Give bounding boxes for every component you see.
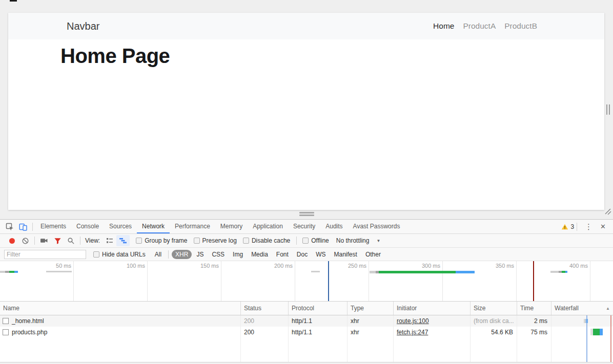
tab-application[interactable]: Application bbox=[248, 220, 288, 233]
navbar-brand[interactable]: Navbar bbox=[67, 20, 99, 32]
tick-label: 250 ms bbox=[348, 263, 366, 269]
column-header-name[interactable]: Name bbox=[0, 302, 241, 315]
initiator-link[interactable]: fetch.js:247 bbox=[397, 329, 428, 336]
page-title: Home Page bbox=[60, 45, 604, 67]
offline-checkbox[interactable]: Offline bbox=[302, 237, 329, 244]
tab-performance[interactable]: Performance bbox=[170, 220, 215, 233]
frame-resize-handle[interactable] bbox=[606, 104, 610, 115]
load-event-line bbox=[610, 315, 611, 362]
checkbox-icon bbox=[243, 238, 249, 244]
hide-data-urls-label: Hide data URLs bbox=[102, 251, 146, 258]
throttling-value: No throttling bbox=[336, 237, 370, 244]
timeline-section: 200 ms bbox=[221, 261, 295, 301]
tab-security[interactable]: Security bbox=[288, 220, 320, 233]
funnel-icon bbox=[54, 237, 62, 245]
preserve-log-checkbox[interactable]: Preserve log bbox=[194, 237, 237, 244]
filter-type-font[interactable]: Font bbox=[273, 250, 292, 259]
throttling-select[interactable]: No throttling ▼ bbox=[336, 237, 381, 244]
checkbox-icon bbox=[194, 238, 200, 244]
column-header-status[interactable]: Status bbox=[241, 302, 289, 315]
column-divider bbox=[288, 315, 289, 362]
tab-avast-passwords[interactable]: Avast Passwords bbox=[348, 220, 405, 233]
divider bbox=[577, 223, 577, 231]
clear-button[interactable] bbox=[18, 235, 32, 246]
column-divider bbox=[470, 315, 471, 362]
network-filter-bar: Hide data URLs All XHR JS CSS Img Media … bbox=[0, 248, 613, 261]
filter-type-all[interactable]: All bbox=[151, 250, 165, 259]
initiator-link[interactable]: route.js:100 bbox=[397, 317, 429, 325]
filter-toggle-button[interactable] bbox=[51, 235, 64, 246]
inspect-element-icon[interactable] bbox=[3, 220, 16, 233]
tab-memory[interactable]: Memory bbox=[215, 220, 248, 233]
navbar-links: Home ProductA ProductB bbox=[424, 22, 537, 31]
column-header-protocol[interactable]: Protocol bbox=[289, 302, 348, 315]
warnings-badge[interactable]: 3 bbox=[561, 223, 574, 230]
request-row-home-html[interactable]: _home.html 200 http/1.1 xhr route.js:100… bbox=[0, 315, 613, 327]
divider bbox=[32, 223, 33, 231]
devtools-tabbar: Elements Console Sources Network Perform… bbox=[0, 220, 613, 234]
network-toolbar: View: Group by frame Preserve log Disabl… bbox=[0, 234, 613, 248]
filter-input[interactable] bbox=[4, 250, 86, 259]
nav-link-home[interactable]: Home bbox=[433, 22, 454, 31]
tick-label: 50 ms bbox=[56, 263, 71, 269]
network-overview-timeline[interactable]: 50 ms 100 ms 150 ms 200 ms 250 ms 300 ms… bbox=[0, 261, 613, 302]
request-name: _home.html bbox=[12, 315, 44, 327]
row-checkbox[interactable] bbox=[3, 318, 9, 324]
column-header-type[interactable]: Type bbox=[348, 302, 394, 315]
column-header-time[interactable]: Time bbox=[517, 302, 551, 315]
column-header-size[interactable]: Size bbox=[471, 302, 517, 315]
device-toolbar-icon[interactable] bbox=[16, 220, 30, 233]
filter-type-ws[interactable]: WS bbox=[312, 250, 329, 259]
close-devtools-icon[interactable]: ✕ bbox=[597, 223, 609, 230]
overview-request-bar bbox=[311, 271, 320, 272]
disable-cache-checkbox[interactable]: Disable cache bbox=[243, 237, 290, 244]
devtools-menu-icon[interactable]: ⋮ bbox=[580, 222, 597, 231]
record-button[interactable] bbox=[5, 235, 18, 246]
request-row-products-php[interactable]: products.php 200 http/1.1 xhr fetch.js:2… bbox=[0, 327, 613, 338]
filter-type-media[interactable]: Media bbox=[248, 250, 272, 259]
capture-screenshots-button[interactable] bbox=[37, 235, 51, 246]
nav-link-producta[interactable]: ProductA bbox=[463, 22, 496, 31]
divider bbox=[168, 250, 169, 259]
timeline-section: 100 ms bbox=[74, 261, 148, 301]
timeline-section: 350 ms bbox=[443, 261, 517, 301]
column-header-waterfall[interactable]: Waterfall ▲ bbox=[551, 302, 613, 315]
nav-link-productb[interactable]: ProductB bbox=[504, 22, 537, 31]
filter-type-other[interactable]: Other bbox=[362, 250, 384, 259]
filter-type-doc[interactable]: Doc bbox=[293, 250, 311, 259]
tab-console[interactable]: Console bbox=[71, 220, 104, 233]
tab-audits[interactable]: Audits bbox=[320, 220, 348, 233]
offline-label: Offline bbox=[311, 237, 329, 244]
filter-type-manifest[interactable]: Manifest bbox=[331, 250, 361, 259]
summary-bar bbox=[0, 362, 613, 364]
list-view-icon[interactable] bbox=[103, 235, 116, 246]
tick-label: 400 ms bbox=[569, 263, 588, 269]
timeline-section: 250 ms bbox=[295, 261, 369, 301]
tab-elements[interactable]: Elements bbox=[35, 220, 71, 233]
checkbox-icon bbox=[136, 238, 142, 244]
table-body: _home.html 200 http/1.1 xhr route.js:100… bbox=[0, 315, 613, 362]
tab-sources[interactable]: Sources bbox=[104, 220, 137, 233]
request-time: 2 ms bbox=[517, 315, 551, 327]
hide-data-urls-checkbox[interactable]: Hide data URLs bbox=[93, 251, 146, 258]
column-header-initiator[interactable]: Initiator bbox=[394, 302, 471, 315]
browser-page: Navbar Home ProductA ProductB Home Page bbox=[8, 13, 604, 210]
requests-table: Name Status Protocol Type Initiator Size… bbox=[0, 302, 613, 364]
filter-type-img[interactable]: Img bbox=[229, 250, 247, 259]
splitter-grip-icon bbox=[299, 212, 314, 217]
group-by-frame-checkbox[interactable]: Group by frame bbox=[136, 237, 187, 244]
column-divider bbox=[240, 315, 241, 362]
devtools-splitter[interactable] bbox=[0, 210, 613, 219]
filter-type-xhr[interactable]: XHR bbox=[172, 250, 192, 259]
filter-type-css[interactable]: CSS bbox=[208, 250, 228, 259]
search-button[interactable] bbox=[64, 235, 77, 246]
overview-request-bar bbox=[550, 271, 567, 273]
tab-network[interactable]: Network bbox=[137, 220, 170, 233]
divider bbox=[296, 237, 297, 245]
filter-type-js[interactable]: JS bbox=[193, 250, 207, 259]
row-checkbox[interactable] bbox=[3, 329, 9, 335]
view-label: View: bbox=[85, 237, 100, 244]
waterfall-view-icon[interactable] bbox=[116, 235, 130, 246]
request-protocol: http/1.1 bbox=[289, 315, 348, 327]
tick-label: 150 ms bbox=[200, 263, 219, 269]
